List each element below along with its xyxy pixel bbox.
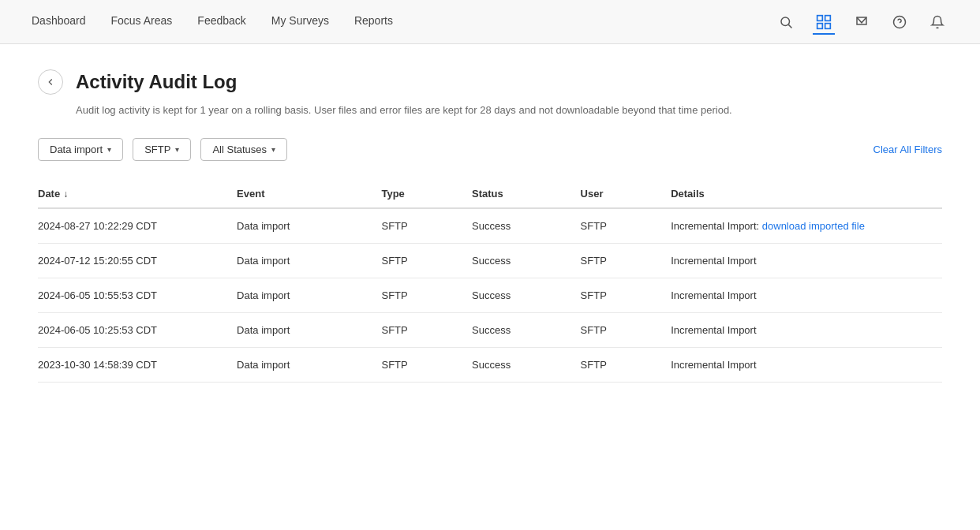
sort-arrow-icon: ↓ (63, 188, 68, 200)
col-header-status: Status (472, 180, 581, 208)
col-header-event: Event (237, 180, 381, 208)
table-cell-details: Incremental Import (671, 348, 942, 383)
table-cell: 2024-08-27 10:22:29 CDT (38, 208, 237, 244)
search-icon[interactable] (775, 11, 797, 33)
table-cell-details: Incremental Import (671, 313, 942, 348)
table-cell: 2023-10-30 14:58:39 CDT (38, 348, 237, 383)
svg-rect-2 (817, 15, 823, 21)
table-row: 2024-07-12 15:20:55 CDTData importSFTPSu… (38, 244, 942, 278)
svg-line-1 (788, 24, 791, 28)
nav-reports[interactable]: Reports (354, 14, 393, 30)
svg-rect-5 (825, 23, 831, 28)
table-cell: 2024-07-12 15:20:55 CDT (38, 244, 237, 278)
nav-links: Dashboard Focus Areas Feedback My Survey… (32, 14, 393, 30)
svg-rect-4 (817, 23, 823, 28)
table-cell: SFTP (381, 348, 472, 383)
table-cell: SFTP (381, 313, 472, 348)
table-row: 2024-06-05 10:55:53 CDTData importSFTPSu… (38, 278, 942, 313)
page-subtitle: Audit log activity is kept for 1 year on… (76, 104, 942, 116)
col-header-type: Type (381, 180, 472, 208)
table-cell: Data import (237, 244, 381, 278)
table-cell: Success (472, 208, 581, 244)
table-cell: Data import (237, 313, 381, 348)
table-cell: Success (472, 244, 581, 278)
back-header: Activity Audit Log (38, 69, 942, 95)
page-title: Activity Audit Log (76, 71, 237, 93)
data-import-filter[interactable]: Data import ▾ (38, 138, 123, 161)
table-cell: Success (472, 348, 581, 383)
back-button[interactable] (38, 69, 63, 95)
table-cell: Success (472, 278, 581, 313)
all-statuses-filter[interactable]: All Statuses ▾ (200, 138, 287, 161)
nav-focus-areas[interactable]: Focus Areas (111, 14, 173, 30)
table-cell-details: Incremental Import (671, 244, 942, 278)
svg-rect-3 (825, 15, 831, 21)
table-cell: Data import (237, 278, 381, 313)
chevron-down-icon: ▾ (175, 145, 179, 154)
table-cell: SFTP (581, 348, 671, 383)
table-cell: Data import (237, 208, 381, 244)
table-row: 2024-08-27 10:22:29 CDTData importSFTPSu… (38, 208, 942, 244)
nav-icons (775, 11, 948, 33)
col-header-date[interactable]: Date ↓ (38, 180, 237, 208)
table-cell: 2024-06-05 10:25:53 CDT (38, 313, 237, 348)
table-row: 2024-06-05 10:25:53 CDTData importSFTPSu… (38, 313, 942, 348)
chevron-down-icon: ▾ (107, 145, 111, 154)
clear-all-filters-button[interactable]: Clear All Filters (873, 144, 942, 155)
col-header-user: User (581, 180, 671, 208)
top-nav: Dashboard Focus Areas Feedback My Survey… (0, 0, 980, 44)
table-cell-details: Incremental Import: download imported fi… (671, 208, 942, 244)
inbox-icon[interactable] (851, 11, 873, 33)
table-cell-details: Incremental Import (671, 278, 942, 313)
audit-table: Date ↓ Event Type Status User Details 20… (38, 180, 942, 383)
bell-icon[interactable] (926, 11, 948, 33)
nav-feedback[interactable]: Feedback (197, 14, 245, 30)
table-cell: 2024-06-05 10:55:53 CDT (38, 278, 237, 313)
table-header-row: Date ↓ Event Type Status User Details (38, 180, 942, 208)
nav-my-surveys[interactable]: My Surveys (271, 14, 329, 30)
table-cell: SFTP (381, 208, 472, 244)
help-icon[interactable] (888, 11, 911, 33)
table-cell: Success (472, 313, 581, 348)
page-content: Activity Audit Log Audit log activity is… (0, 44, 980, 408)
filters-row: Data import ▾ SFTP ▾ All Statuses ▾ Clea… (38, 138, 942, 161)
table-cell: Data import (237, 348, 381, 383)
nav-dashboard[interactable]: Dashboard (32, 14, 86, 30)
table-row: 2023-10-30 14:58:39 CDTData importSFTPSu… (38, 348, 942, 383)
chevron-down-icon: ▾ (271, 145, 275, 154)
table-cell: SFTP (581, 208, 671, 244)
table-cell: SFTP (581, 244, 671, 278)
table-cell: SFTP (581, 278, 671, 313)
col-header-details: Details (671, 180, 942, 208)
grid-icon[interactable] (813, 11, 835, 33)
download-link[interactable]: download imported file (762, 220, 865, 232)
svg-point-0 (781, 17, 790, 26)
table-cell: SFTP (381, 278, 472, 313)
sftp-filter[interactable]: SFTP ▾ (133, 138, 191, 161)
table-cell: SFTP (581, 313, 671, 348)
table-cell: SFTP (381, 244, 472, 278)
